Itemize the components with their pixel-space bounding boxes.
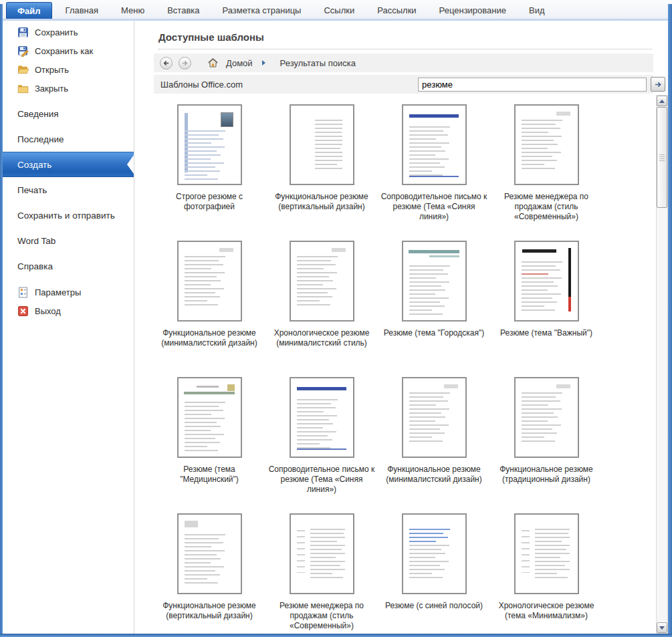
template-item: Сопроводительное письмо к резюме (Тема «… [378, 102, 490, 238]
template-caption: Сопроводительное письмо к резюме (Тема «… [268, 465, 375, 495]
template-item: Хронологическое резюме (минималистский с… [265, 238, 378, 374]
template-caption: Сопроводительное письмо к резюме (Тема «… [380, 192, 487, 222]
start-search-button[interactable] [651, 77, 665, 92]
sidebar-section-word-tab[interactable]: Word Tab [3, 228, 134, 253]
template-thumbnail[interactable] [290, 377, 354, 458]
template-item: Резюме (тема "Медицинский") [153, 374, 265, 511]
scrollbar-down-button[interactable] [657, 622, 667, 633]
template-thumbnail[interactable] [402, 377, 467, 458]
template-item: Строгое резюме с фотографией [153, 102, 265, 238]
sidebar-section-создать[interactable]: Создать [3, 152, 134, 177]
vertical-scrollbar[interactable] [656, 95, 668, 634]
home-button[interactable] [206, 57, 219, 69]
template-caption: Резюме (с синей полосой) [380, 601, 487, 611]
template-item: Резюме (тема "Важный") [490, 238, 602, 374]
office-templates-row: Шаблоны Office.com [154, 75, 653, 94]
template-caption: Резюме (тема "Медицинский") [156, 465, 263, 485]
scroll-down-icon [659, 626, 665, 630]
template-thumbnail[interactable] [177, 513, 242, 594]
template-thumbnail[interactable] [177, 241, 242, 322]
template-thumbnail[interactable] [402, 513, 467, 594]
breadcrumb-home[interactable]: Домой [226, 58, 253, 68]
template-caption: Резюме (тема "Важный") [493, 328, 600, 338]
template-item: Функциональное резюме (минималистский ди… [153, 238, 265, 374]
template-caption: Резюме менеджера по продажам (стиль «Сов… [268, 601, 375, 631]
tab-2[interactable]: Меню [112, 1, 154, 19]
office-templates-label: Шаблоны Office.com [160, 80, 243, 90]
window-border-right [668, 4, 672, 637]
window-border-left [0, 4, 3, 637]
sidebar-section-справка[interactable]: Справка [3, 253, 134, 279]
scrollbar-up-button[interactable] [657, 96, 667, 106]
open-folder-icon [17, 64, 29, 76]
template-thumbnail[interactable] [514, 104, 579, 185]
template-caption: Функциональное резюме (вертикальный диза… [156, 601, 263, 621]
sidebar-item[interactable]: Открыть [3, 60, 134, 79]
sidebar-item-label: Сохранить [35, 27, 78, 37]
template-item: Сопроводительное письмо к резюме (Тема «… [265, 374, 378, 511]
template-caption: Функциональное резюме (традиционный диза… [493, 465, 600, 485]
template-caption: Строгое резюме с фотографией [156, 192, 263, 212]
sidebar-item-label: Параметры [35, 287, 81, 297]
tab-8[interactable]: Вид [520, 1, 554, 19]
template-thumbnail[interactable] [402, 104, 467, 185]
close-folder-icon [17, 83, 29, 94]
options-icon [17, 287, 29, 298]
search-go-arrow-icon [654, 80, 663, 89]
template-navbar: Домой Результаты поиска [154, 53, 653, 72]
template-item: Резюме (с синей полосой) [378, 511, 490, 634]
tab-file[interactable]: Файл [6, 2, 52, 19]
tab-7[interactable]: Рецензирование [430, 1, 516, 19]
forward-button[interactable] [179, 57, 191, 70]
template-caption: Хронологическое резюме (тема «Минимализм… [493, 601, 600, 621]
page-title: Доступные шаблоны [158, 31, 652, 49]
tab-3[interactable]: Вставка [158, 1, 209, 19]
sidebar-section-сведения[interactable]: Сведения [3, 101, 134, 126]
template-item: Резюме (тема "Городская") [378, 238, 490, 374]
template-thumbnail[interactable] [514, 241, 579, 322]
sidebar-section-последние[interactable]: Последние [3, 126, 134, 152]
template-thumbnail[interactable] [290, 241, 354, 322]
tab-1[interactable]: Главная [56, 1, 108, 19]
template-thumbnail[interactable] [514, 513, 579, 594]
template-thumbnail[interactable] [290, 513, 354, 594]
tab-4[interactable]: Разметка страницы [213, 1, 311, 19]
forward-icon [181, 59, 189, 67]
template-item: Функциональное резюме (вертикальный диза… [153, 511, 265, 634]
template-search-input[interactable] [418, 78, 647, 92]
template-thumbnail[interactable] [290, 104, 354, 185]
tab-5[interactable]: Ссылки [314, 1, 364, 19]
tabstrip-divider [0, 19, 672, 21]
save-icon [17, 27, 29, 38]
back-icon [162, 59, 170, 67]
backstage-sidebar: СохранитьСохранить какОткрытьЗакрыть Све… [3, 21, 134, 634]
template-thumbnail[interactable] [402, 241, 467, 322]
sidebar-item[interactable]: Выход [3, 301, 134, 320]
sidebar-item[interactable]: Сохранить как [3, 41, 134, 60]
window-border-bottom [0, 634, 672, 637]
template-caption: Резюме менеджера по продажам (стиль «Сов… [493, 192, 600, 222]
template-item: Резюме менеджера по продажам (стиль «Сов… [490, 102, 602, 238]
template-item: Функциональное резюме (минималистский ди… [378, 374, 490, 511]
sidebar-item-label: Открыть [35, 65, 69, 75]
sidebar-item-label: Сохранить как [35, 46, 93, 56]
sidebar-item[interactable]: Закрыть [3, 79, 134, 98]
scrollbar-thumb[interactable] [657, 107, 667, 208]
template-item: Хронологическое резюме (тема «Минимализм… [490, 511, 602, 634]
sidebar-section-сохранить-и-отправить[interactable]: Сохранить и отправить [3, 203, 134, 228]
sidebar-item[interactable]: Параметры [3, 283, 134, 301]
back-button[interactable] [160, 57, 173, 70]
template-caption: Функциональное резюме (вертикальный диза… [268, 192, 375, 212]
template-thumbnail[interactable] [514, 377, 579, 458]
tab-6[interactable]: Рассылки [368, 1, 425, 19]
template-thumbnail[interactable] [177, 104, 242, 185]
breadcrumb-current: Результаты поиска [280, 58, 356, 68]
template-caption: Резюме (тема "Городская") [380, 328, 487, 338]
template-thumbnail[interactable] [177, 377, 242, 458]
home-icon [207, 57, 219, 68]
sidebar-item[interactable]: Сохранить [3, 23, 134, 41]
exit-icon [17, 305, 29, 317]
sidebar-section-печать[interactable]: Печать [3, 177, 134, 203]
save-as-icon [17, 45, 29, 57]
ribbon-tab-strip: Файл ГлавнаяМенюВставкаРазметка страницы… [0, 0, 672, 19]
